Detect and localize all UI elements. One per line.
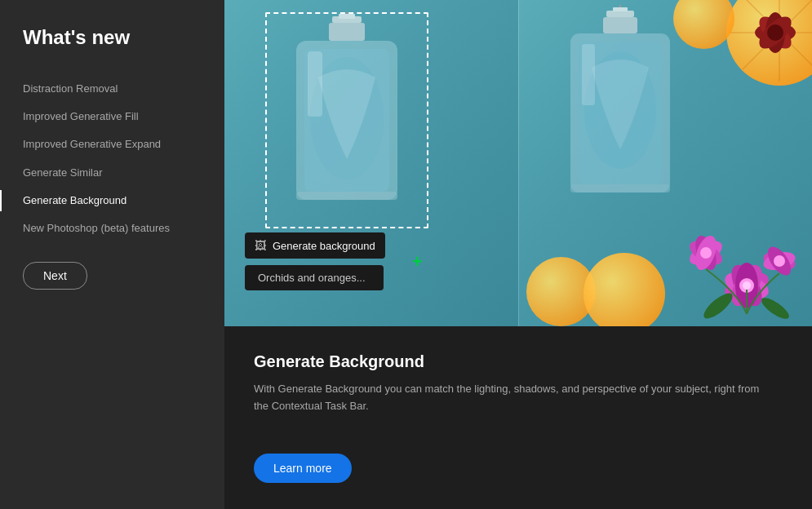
- svg-rect-17: [603, 17, 637, 33]
- perfume-bottle-right-svg: [543, 4, 698, 281]
- sidebar-title: What's new: [0, 26, 224, 75]
- sidebar-item-generative-fill[interactable]: Improved Generative Fill: [0, 103, 224, 131]
- selection-box: [265, 12, 428, 228]
- svg-point-45: [759, 294, 792, 322]
- generate-toolbar: 🖼 Generate background: [245, 232, 385, 259]
- feature-title: Generate Background: [254, 352, 783, 371]
- toolbar-icon: 🖼: [255, 239, 266, 252]
- feature-info: Generate Background With Generate Backgr…: [254, 352, 783, 415]
- svg-point-44: [700, 290, 736, 323]
- sidebar-item-distraction-removal[interactable]: Distraction Removal: [0, 75, 224, 103]
- svg-rect-22: [570, 184, 670, 193]
- purple-orchids: [681, 188, 812, 326]
- sidebar-item-generate-background[interactable]: Generate Background: [0, 187, 224, 215]
- prompt-field: Orchids and oranges...: [245, 265, 384, 290]
- image-divider: [518, 0, 519, 326]
- image-section: 🖼 Generate background + Orchids and oran…: [224, 0, 812, 326]
- sidebar-bottom: Next: [0, 242, 224, 309]
- sidebar-item-generate-similar[interactable]: Generate Similar: [0, 159, 224, 187]
- prompt-text: Orchids and oranges...: [258, 272, 366, 284]
- svg-point-39: [700, 247, 712, 259]
- image-right: [518, 0, 812, 326]
- svg-point-43: [774, 255, 785, 267]
- nav-list: Distraction Removal Improved Generative …: [0, 75, 224, 242]
- sidebar-item-generative-expand[interactable]: Improved Generative Expand: [0, 131, 224, 158]
- plus-cursor-icon: +: [412, 251, 423, 272]
- learn-more-button[interactable]: Learn more: [254, 454, 352, 483]
- image-left: 🖼 Generate background + Orchids and oran…: [224, 0, 518, 326]
- text-section: Generate Background With Generate Backgr…: [224, 326, 812, 509]
- main-content: 🖼 Generate background + Orchids and oran…: [224, 0, 812, 509]
- red-flower: [743, 4, 808, 61]
- svg-rect-15: [613, 7, 628, 11]
- feature-description: With Generate Background you can match t…: [254, 381, 776, 415]
- svg-point-27: [767, 24, 783, 41]
- svg-rect-21: [582, 44, 595, 105]
- next-button[interactable]: Next: [23, 262, 87, 290]
- sidebar-nav: Distraction Removal Improved Generative …: [0, 75, 224, 242]
- sidebar: What's new Distraction Removal Improved …: [0, 0, 224, 509]
- sidebar-item-beta-features[interactable]: New Photoshop (beta) features: [0, 215, 224, 242]
- svg-rect-14: [606, 11, 634, 17]
- toolbar-label: Generate background: [273, 240, 375, 252]
- svg-point-34: [743, 281, 751, 290]
- orange-bottom-center: [583, 253, 665, 326]
